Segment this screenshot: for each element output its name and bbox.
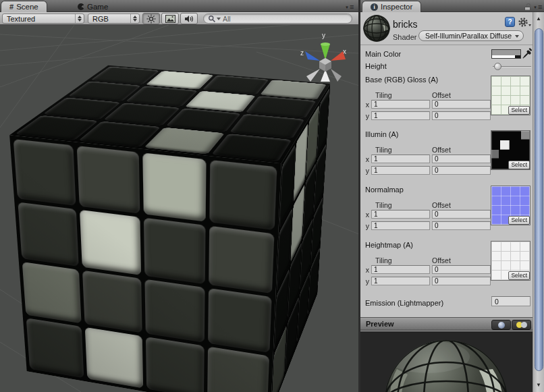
header-divider <box>360 45 533 45</box>
color-mode-dropdown[interactable]: RGB <box>88 13 140 24</box>
dropdown-arrows-icon <box>75 14 84 23</box>
offset-x-input[interactable] <box>432 210 491 219</box>
tiling-header: Tiling <box>375 256 392 264</box>
texture-section-normalmap: Normalmap Select Tiling Offset x y <box>360 186 533 234</box>
scroll-up-icon[interactable]: ▲ <box>533 16 544 22</box>
offset-y-input[interactable] <box>432 111 491 120</box>
main-color-swatch[interactable] <box>491 49 521 59</box>
main-color-label: Main Color <box>365 50 401 58</box>
gizmo-y-label: y <box>322 32 325 39</box>
tiling-x-input[interactable] <box>371 265 430 274</box>
tiling-y-input[interactable] <box>371 221 430 230</box>
cube-tile <box>207 347 269 392</box>
tiling-y-input[interactable] <box>371 111 430 120</box>
illumin-texture-thumbnail[interactable]: Select <box>491 131 530 169</box>
tiling-y-input[interactable] <box>371 166 430 175</box>
offset-y-input[interactable] <box>432 221 491 230</box>
tiling-header: Tiling <box>375 201 392 209</box>
light-off-icon <box>521 322 527 328</box>
tiling-x-input[interactable] <box>371 155 430 163</box>
orientation-gizmo[interactable]: y x z <box>300 33 351 86</box>
render-mode-dropdown[interactable]: Textured <box>2 13 84 24</box>
cube-tile <box>82 270 142 333</box>
emission-input[interactable] <box>491 296 531 306</box>
tiling-y-input[interactable] <box>371 277 430 285</box>
cube-tile <box>76 146 139 213</box>
scene-lighting-toggle[interactable] <box>142 13 160 24</box>
search-input[interactable] <box>223 15 337 23</box>
material-preview-icon <box>363 15 390 42</box>
inspector-tabbar: i Inspector ▼ ≡ <box>360 0 544 12</box>
scene-viewport[interactable]: y x z <box>0 25 359 392</box>
unity-editor-window: # Scene Game ▼ ≡ Textured RGB <box>0 0 544 392</box>
slider-knob[interactable] <box>494 63 501 70</box>
offset-header: Offset <box>432 201 451 209</box>
height-slider[interactable] <box>493 62 531 72</box>
x-axis-label: x <box>362 211 369 219</box>
section-label: Illumin (A) <box>365 130 399 138</box>
inspector-pane-menu-icon[interactable]: ▼ ≡ <box>533 3 544 11</box>
y-axis-label: y <box>362 277 369 285</box>
preview-light-toggle[interactable] <box>512 320 531 330</box>
inspector-content: bricks ? Shader Self-Illumin/Parallax Di… <box>360 12 533 392</box>
shader-value: Self-Illumin/Parallax Diffuse <box>425 32 512 40</box>
image-icon <box>165 15 175 23</box>
tiling-x-input[interactable] <box>371 210 430 219</box>
select-texture-button[interactable]: Select <box>508 216 530 225</box>
cube-tile <box>210 160 277 230</box>
help-icon[interactable]: ? <box>505 17 515 27</box>
offset-y-input[interactable] <box>432 277 491 285</box>
heightmap-texture-thumbnail[interactable]: Select <box>491 242 530 280</box>
offset-x-input[interactable] <box>432 265 491 274</box>
scene-search-field[interactable] <box>203 13 352 24</box>
cube-tile <box>143 217 206 283</box>
height-label: Height <box>365 62 387 70</box>
inspector-panel: bricks ? Shader Self-Illumin/Parallax Di… <box>360 12 544 392</box>
render-mode-value: Textured <box>7 15 35 23</box>
cube-tile <box>144 279 205 343</box>
speaker-icon <box>184 15 194 23</box>
shader-dropdown[interactable]: Self-Illumin/Parallax Diffuse <box>418 30 524 41</box>
scene-skybox-toggle[interactable] <box>161 13 179 24</box>
y-axis-label: y <box>362 167 369 175</box>
tiling-header: Tiling <box>375 146 392 154</box>
offset-x-input[interactable] <box>432 100 491 109</box>
select-texture-button[interactable]: Select <box>508 106 530 115</box>
gear-icon[interactable] <box>518 17 531 28</box>
offset-x-input[interactable] <box>432 155 491 163</box>
tiling-x-input[interactable] <box>371 100 430 109</box>
dropdown-arrows-icon <box>130 14 139 23</box>
section-label: Base (RGB) Gloss (A) <box>365 76 438 84</box>
material-name: bricks <box>393 19 418 30</box>
cube-tile <box>208 288 271 354</box>
scene-pane-menu-icon[interactable]: ▼ ≡ <box>345 3 357 11</box>
preview-sphere-button[interactable] <box>491 320 511 330</box>
y-axis-label: y <box>362 112 369 120</box>
preview-sphere <box>360 331 533 392</box>
menu-lines-icon: ≡ <box>350 4 354 10</box>
texture-section-base-gloss: Base (RGB) Gloss (A) Select Tiling Offse… <box>360 76 533 124</box>
scene-audio-toggle[interactable] <box>180 13 198 24</box>
select-texture-button[interactable]: Select <box>508 271 530 280</box>
x-axis-label: x <box>362 101 369 109</box>
x-axis-label: x <box>362 155 369 163</box>
normalmap-texture-thumbnail[interactable]: Select <box>491 186 530 225</box>
tab-scene[interactable]: # Scene <box>1 1 47 12</box>
scrollbar-thumb[interactable] <box>535 28 543 371</box>
offset-header: Offset <box>432 256 451 264</box>
inspector-scrollbar[interactable]: ▲ ▼ <box>533 12 544 392</box>
scroll-down-icon[interactable]: ▼ <box>533 382 544 388</box>
select-texture-button[interactable]: Select <box>508 161 530 169</box>
tab-inspector[interactable]: i Inspector <box>362 1 420 12</box>
scene-toolbar: Textured RGB <box>0 12 359 25</box>
eyedropper-icon[interactable] <box>522 47 532 59</box>
preview-header[interactable]: Preview <box>360 317 533 331</box>
tab-game[interactable]: Game <box>70 1 116 12</box>
cube-tile <box>13 139 76 206</box>
base-gloss-texture-thumbnail[interactable]: Select <box>491 76 530 115</box>
preview-area[interactable] <box>360 331 533 392</box>
search-filter-arrow-icon <box>217 18 221 20</box>
lock-icon[interactable] <box>524 4 531 11</box>
offset-header: Offset <box>432 91 451 99</box>
offset-y-input[interactable] <box>432 166 491 175</box>
